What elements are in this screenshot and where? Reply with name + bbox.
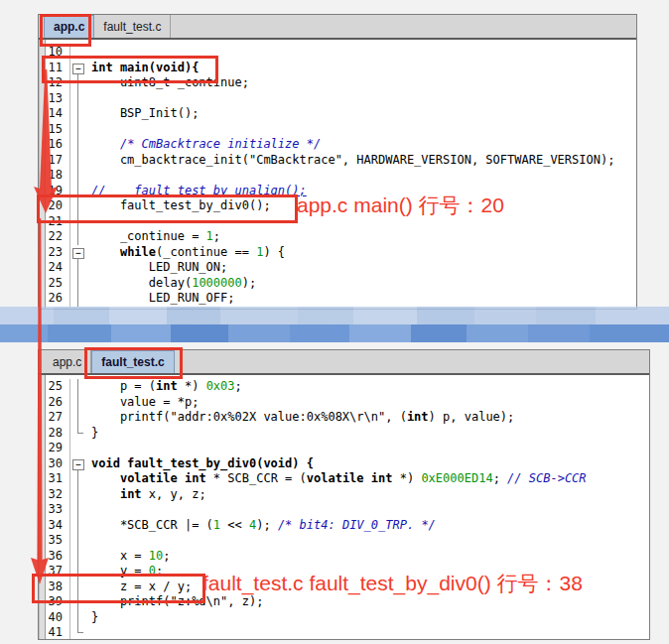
code-line[interactable]: 24 LED_RUN_ON; <box>39 260 636 276</box>
code-line[interactable]: 26 LED_RUN_OFF; <box>39 291 636 307</box>
fold-marker <box>70 45 85 61</box>
annotation-label-line-38: fault_test.c fault_test_by_div0() 行号：38 <box>202 570 583 597</box>
code-line[interactable]: 30void fault_test_by_div0(void) { <box>39 456 649 472</box>
code-text: /* CmBacktrace initialize */ <box>85 137 321 153</box>
fold-collapse-icon[interactable] <box>70 61 85 76</box>
tab-app-c[interactable]: app.c <box>44 15 94 38</box>
mosaic-row <box>0 307 669 324</box>
fold-marker <box>70 75 85 91</box>
code-text <box>85 533 91 549</box>
code-text <box>85 502 91 518</box>
blurred-separator-band <box>0 307 669 342</box>
code-line[interactable]: 16 /* CmBacktrace initialize */ <box>39 137 636 153</box>
code-text <box>85 625 91 639</box>
code-text <box>85 441 91 456</box>
annotation-label-line-20: app.c main() 行号：20 <box>297 192 504 219</box>
line-number: 41 <box>39 625 70 639</box>
code-text: // fault_test_by_unalign(); <box>85 184 307 199</box>
line-number: 35 <box>39 533 70 549</box>
code-text: while(_continue == 1) { <box>85 245 285 261</box>
code-text: } <box>85 610 98 626</box>
code-line[interactable]: 25 delay(1000000); <box>39 276 636 292</box>
code-text: x = 10; <box>85 549 170 565</box>
code-line[interactable]: 23 while(_continue == 1) { <box>39 245 636 261</box>
fold-marker <box>70 518 85 534</box>
fold-marker <box>70 106 85 122</box>
line-number: 30 <box>39 456 70 472</box>
tab-fault-test-c[interactable]: fault_test.c <box>91 350 174 373</box>
line-number: 39 <box>39 594 70 610</box>
code-line[interactable]: 11int main(void){ <box>39 61 636 76</box>
line-number: 38 <box>39 580 70 595</box>
code-line[interactable]: 35 <box>39 533 649 549</box>
fold-marker <box>70 502 85 518</box>
code-text <box>85 214 91 230</box>
code-text: y = 0; <box>85 564 163 580</box>
code-text: void fault_test_by_div0(void) { <box>85 456 314 472</box>
code-line[interactable]: 27 printf("addr:0x%02X value:0x%08X\r\n"… <box>39 410 649 426</box>
line-number: 32 <box>39 487 70 503</box>
code-line[interactable]: 41 <box>39 625 649 639</box>
line-number: 17 <box>39 153 70 169</box>
bottom-code-area[interactable]: 25 p = (int *) 0x03;26 value = *p;27 pri… <box>39 375 649 639</box>
fold-collapse-icon[interactable] <box>70 245 85 261</box>
fold-marker <box>70 594 85 610</box>
code-line[interactable]: 10 <box>39 45 636 61</box>
code-text <box>85 122 91 138</box>
code-text: value = *p; <box>85 395 199 411</box>
line-number: 11 <box>39 61 70 76</box>
fold-marker <box>70 564 85 580</box>
top-tab-bar: app.c fault_test.c <box>39 15 636 40</box>
code-line[interactable]: 34 *SCB_CCR |= (1 << 4); /* bit4: DIV_0_… <box>39 518 649 534</box>
fold-marker <box>70 610 85 626</box>
fold-marker <box>70 184 85 199</box>
fold-marker <box>70 137 85 153</box>
line-number: 40 <box>39 610 70 626</box>
code-text: fault_test_by_div0(); <box>85 198 271 214</box>
code-text: volatile int * SCB_CCR = (volatile int *… <box>85 471 587 487</box>
code-line[interactable]: 31 volatile int * SCB_CCR = (volatile in… <box>39 471 649 487</box>
fold-marker <box>70 168 85 184</box>
tab-app-c[interactable]: app.c <box>44 350 91 373</box>
top-code-area[interactable]: 1011int main(void){12 uint8_t _continue;… <box>39 40 636 309</box>
code-line[interactable]: 18 <box>39 168 636 184</box>
tab-fault-test-c[interactable]: fault_test.c <box>94 15 171 38</box>
code-line[interactable]: 26 value = *p; <box>39 395 649 411</box>
code-line[interactable]: 12 uint8_t _continue; <box>39 75 636 91</box>
line-number: 10 <box>39 45 70 61</box>
code-text: printf("addr:0x%02X value:0x%08X\r\n", (… <box>85 410 514 426</box>
line-number: 26 <box>39 395 70 411</box>
code-text <box>85 91 91 107</box>
line-number: 16 <box>39 137 70 153</box>
code-text: delay(1000000); <box>85 276 256 292</box>
code-line[interactable]: 33 <box>39 502 649 518</box>
code-line[interactable]: 32 int x, y, z; <box>39 487 649 503</box>
code-text <box>85 168 91 184</box>
fold-marker <box>70 198 85 214</box>
fold-marker <box>70 276 85 292</box>
fold-marker <box>70 533 85 549</box>
code-line[interactable]: 29 <box>39 441 649 456</box>
code-line[interactable]: 22 _continue = 1; <box>39 229 636 245</box>
line-number: 26 <box>39 291 70 307</box>
code-line[interactable]: 17 cm_backtrace_init("CmBacktrace", HARD… <box>39 153 636 169</box>
code-text: } <box>85 426 98 442</box>
code-text: *SCB_CCR |= (1 << 4); /* bit4: DIV_0_TRP… <box>85 518 436 534</box>
fold-marker <box>70 487 85 503</box>
fold-marker <box>70 260 85 276</box>
line-number: 12 <box>39 75 70 91</box>
fold-collapse-icon[interactable] <box>70 456 85 472</box>
fold-marker <box>70 153 85 169</box>
code-line[interactable]: 15 <box>39 122 636 138</box>
line-number: 33 <box>39 502 70 518</box>
fold-marker <box>70 379 85 395</box>
code-line[interactable]: 36 x = 10; <box>39 549 649 565</box>
fold-marker <box>70 91 85 107</box>
line-number: 21 <box>39 214 70 230</box>
code-line[interactable]: 13 <box>39 91 636 107</box>
code-line[interactable]: 40} <box>39 610 649 626</box>
code-line[interactable]: 25 p = (int *) 0x03; <box>39 379 649 395</box>
code-line[interactable]: 14 BSP_Init(); <box>39 106 636 122</box>
line-number: 19 <box>39 184 70 199</box>
code-line[interactable]: 28} <box>39 426 649 442</box>
